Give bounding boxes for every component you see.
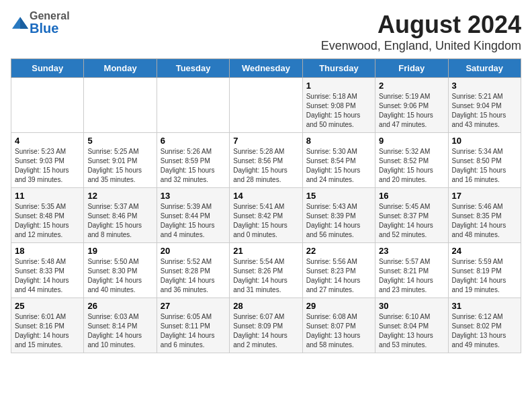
day-number: 25 [15, 301, 80, 311]
day-cell [230, 78, 302, 133]
week-row-3: 11Sunrise: 5:35 AMSunset: 8:48 PMDayligh… [11, 188, 521, 243]
day-number: 10 [452, 136, 517, 146]
logo-general-text: General [30, 11, 70, 21]
day-info: Sunrise: 5:28 AMSunset: 8:56 PMDaylight:… [233, 147, 298, 185]
day-info: Sunrise: 6:03 AMSunset: 8:14 PMDaylight:… [87, 312, 152, 350]
day-cell: 7Sunrise: 5:28 AMSunset: 8:56 PMDaylight… [230, 133, 302, 188]
day-number: 4 [15, 136, 80, 146]
day-number: 13 [161, 191, 226, 201]
header-row: SundayMondayTuesdayWednesdayThursdayFrid… [11, 59, 521, 78]
logo: General Blue [11, 11, 70, 35]
day-info: Sunrise: 5:45 AMSunset: 8:37 PMDaylight:… [379, 202, 444, 240]
day-cell: 25Sunrise: 6:01 AMSunset: 8:16 PMDayligh… [11, 298, 84, 353]
day-number: 23 [379, 246, 444, 256]
day-info: Sunrise: 5:23 AMSunset: 9:03 PMDaylight:… [15, 147, 80, 185]
day-number: 6 [161, 136, 226, 146]
day-number: 30 [379, 301, 444, 311]
day-info: Sunrise: 5:56 AMSunset: 8:23 PMDaylight:… [306, 257, 371, 295]
day-cell: 2Sunrise: 5:19 AMSunset: 9:06 PMDaylight… [375, 78, 448, 133]
day-info: Sunrise: 5:41 AMSunset: 8:42 PMDaylight:… [233, 202, 298, 240]
day-info: Sunrise: 5:46 AMSunset: 8:35 PMDaylight:… [452, 202, 517, 240]
calendar-body: 1Sunrise: 5:18 AMSunset: 9:08 PMDaylight… [11, 78, 521, 353]
day-cell: 1Sunrise: 5:18 AMSunset: 9:08 PMDaylight… [302, 78, 375, 133]
day-cell: 14Sunrise: 5:41 AMSunset: 8:42 PMDayligh… [230, 188, 302, 243]
calendar-subtitle: Evenwood, England, United Kingdom [321, 39, 521, 53]
day-info: Sunrise: 6:10 AMSunset: 8:04 PMDaylight:… [379, 312, 444, 350]
calendar-table: SundayMondayTuesdayWednesdayThursdayFrid… [11, 58, 521, 353]
day-number: 8 [306, 136, 371, 146]
day-number: 21 [233, 246, 298, 256]
day-info: Sunrise: 5:59 AMSunset: 8:19 PMDaylight:… [452, 257, 517, 295]
day-number: 24 [452, 246, 517, 256]
day-number: 9 [379, 136, 444, 146]
week-row-1: 1Sunrise: 5:18 AMSunset: 9:08 PMDaylight… [11, 78, 521, 133]
day-info: Sunrise: 5:57 AMSunset: 8:21 PMDaylight:… [379, 257, 444, 295]
day-cell: 5Sunrise: 5:25 AMSunset: 9:01 PMDaylight… [84, 133, 157, 188]
day-info: Sunrise: 5:19 AMSunset: 9:06 PMDaylight:… [379, 92, 444, 130]
col-header-thursday: Thursday [302, 59, 375, 78]
week-row-5: 25Sunrise: 6:01 AMSunset: 8:16 PMDayligh… [11, 298, 521, 353]
calendar-header: SundayMondayTuesdayWednesdayThursdayFrid… [11, 59, 521, 78]
day-cell: 8Sunrise: 5:30 AMSunset: 8:54 PMDaylight… [302, 133, 375, 188]
day-info: Sunrise: 5:25 AMSunset: 9:01 PMDaylight:… [87, 147, 152, 185]
page-header: General Blue August 2024 Evenwood, Engla… [11, 11, 521, 53]
day-info: Sunrise: 6:12 AMSunset: 8:02 PMDaylight:… [452, 312, 517, 350]
day-cell: 6Sunrise: 5:26 AMSunset: 8:59 PMDaylight… [157, 133, 229, 188]
day-cell: 19Sunrise: 5:50 AMSunset: 8:30 PMDayligh… [84, 243, 157, 298]
day-info: Sunrise: 5:52 AMSunset: 8:28 PMDaylight:… [161, 257, 226, 295]
day-number: 2 [379, 81, 444, 91]
day-number: 5 [87, 136, 152, 146]
day-number: 1 [306, 81, 371, 91]
day-cell: 26Sunrise: 6:03 AMSunset: 8:14 PMDayligh… [84, 298, 157, 353]
calendar-title: August 2024 [321, 11, 521, 39]
day-info: Sunrise: 5:48 AMSunset: 8:33 PMDaylight:… [15, 257, 80, 295]
day-cell: 10Sunrise: 5:34 AMSunset: 8:50 PMDayligh… [448, 133, 521, 188]
day-cell: 3Sunrise: 5:21 AMSunset: 9:04 PMDaylight… [448, 78, 521, 133]
day-info: Sunrise: 5:50 AMSunset: 8:30 PMDaylight:… [87, 257, 152, 295]
day-number: 20 [161, 246, 226, 256]
day-number: 27 [161, 301, 226, 311]
day-cell: 12Sunrise: 5:37 AMSunset: 8:46 PMDayligh… [84, 188, 157, 243]
day-number: 11 [15, 191, 80, 201]
svg-marker-1 [20, 17, 28, 28]
day-info: Sunrise: 5:39 AMSunset: 8:44 PMDaylight:… [161, 202, 226, 240]
week-row-4: 18Sunrise: 5:48 AMSunset: 8:33 PMDayligh… [11, 243, 521, 298]
day-cell: 16Sunrise: 5:45 AMSunset: 8:37 PMDayligh… [375, 188, 448, 243]
col-header-monday: Monday [84, 59, 157, 78]
day-cell: 23Sunrise: 5:57 AMSunset: 8:21 PMDayligh… [375, 243, 448, 298]
day-number: 3 [452, 81, 517, 91]
day-cell: 31Sunrise: 6:12 AMSunset: 8:02 PMDayligh… [448, 298, 521, 353]
day-cell [84, 78, 157, 133]
day-cell [11, 78, 84, 133]
day-number: 29 [306, 301, 371, 311]
col-header-saturday: Saturday [448, 59, 521, 78]
day-info: Sunrise: 6:01 AMSunset: 8:16 PMDaylight:… [15, 312, 80, 350]
day-cell: 29Sunrise: 6:08 AMSunset: 8:07 PMDayligh… [302, 298, 375, 353]
day-cell: 20Sunrise: 5:52 AMSunset: 8:28 PMDayligh… [157, 243, 229, 298]
week-row-2: 4Sunrise: 5:23 AMSunset: 9:03 PMDaylight… [11, 133, 521, 188]
day-number: 19 [87, 246, 152, 256]
day-number: 16 [379, 191, 444, 201]
day-number: 12 [87, 191, 152, 201]
day-info: Sunrise: 5:21 AMSunset: 9:04 PMDaylight:… [452, 92, 517, 130]
day-cell: 22Sunrise: 5:56 AMSunset: 8:23 PMDayligh… [302, 243, 375, 298]
day-cell: 24Sunrise: 5:59 AMSunset: 8:19 PMDayligh… [448, 243, 521, 298]
col-header-wednesday: Wednesday [230, 59, 302, 78]
day-number: 31 [452, 301, 517, 311]
day-number: 18 [15, 246, 80, 256]
col-header-tuesday: Tuesday [157, 59, 229, 78]
day-cell: 4Sunrise: 5:23 AMSunset: 9:03 PMDaylight… [11, 133, 84, 188]
day-info: Sunrise: 5:35 AMSunset: 8:48 PMDaylight:… [15, 202, 80, 240]
day-cell: 11Sunrise: 5:35 AMSunset: 8:48 PMDayligh… [11, 188, 84, 243]
day-number: 28 [233, 301, 298, 311]
day-cell [157, 78, 229, 133]
day-number: 26 [87, 301, 152, 311]
day-info: Sunrise: 6:07 AMSunset: 8:09 PMDaylight:… [233, 312, 298, 350]
day-number: 15 [306, 191, 371, 201]
day-cell: 21Sunrise: 5:54 AMSunset: 8:26 PMDayligh… [230, 243, 302, 298]
col-header-sunday: Sunday [11, 59, 84, 78]
logo-blue-text: Blue [30, 21, 70, 35]
day-info: Sunrise: 5:37 AMSunset: 8:46 PMDaylight:… [87, 202, 152, 240]
day-info: Sunrise: 5:30 AMSunset: 8:54 PMDaylight:… [306, 147, 371, 185]
day-info: Sunrise: 5:26 AMSunset: 8:59 PMDaylight:… [161, 147, 226, 185]
